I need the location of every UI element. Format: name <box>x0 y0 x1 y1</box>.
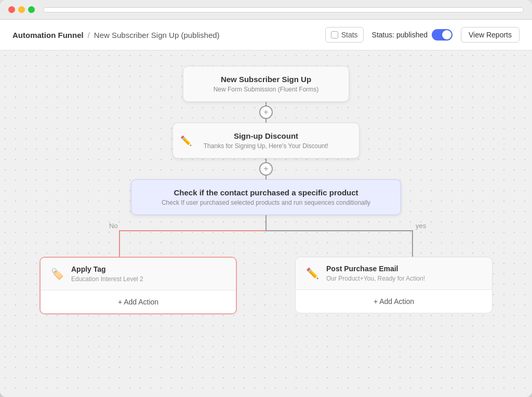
branch-left-subtitle: Education Interest Level 2 <box>71 275 143 283</box>
email-icon: ✏️ <box>306 267 319 280</box>
published-toggle[interactable] <box>432 29 453 41</box>
branch-node-right[interactable]: ✏️ Post Purchase Email Our Product+You, … <box>295 257 493 313</box>
branch-node-left[interactable]: 🏷️ Apply Tag Education Interest Level 2 … <box>39 257 237 314</box>
tag-icon: 🏷️ <box>51 268 64 280</box>
toggle-knob <box>442 30 451 39</box>
branch-left: 🏷️ Apply Tag Education Interest Level 2 … <box>0 215 266 314</box>
status-label: Status: published <box>372 31 428 39</box>
breadcrumb: Automation Funnel / New Subscriber Sign … <box>12 31 220 39</box>
trigger-node-subtitle: New Form Submission (Fluent Forms) <box>196 86 336 93</box>
flow-canvas: New Subscriber Sign Up New Form Submissi… <box>0 50 532 397</box>
add-action-left-button[interactable]: + Add Action <box>41 290 236 313</box>
title-bar <box>0 0 532 20</box>
action-icon-1: ✏️ <box>180 135 192 147</box>
stats-checkbox[interactable] <box>331 31 338 38</box>
traffic-lights <box>8 6 35 13</box>
branch-right-title: Post Purchase Email <box>326 264 425 273</box>
branch-right-subtitle: Our Product+You, Ready for Action! <box>326 275 425 282</box>
app-header: Automation Funnel / New Subscriber Sign … <box>0 20 532 50</box>
url-bar[interactable] <box>43 7 524 12</box>
condition-node-title: Check if the contact purchased a specifi… <box>144 188 388 197</box>
action-node-1[interactable]: ✏️ Sign-up Discount Thanks for Signing U… <box>172 123 360 158</box>
branch-left-title: Apply Tag <box>71 265 143 273</box>
add-node-button-1[interactable]: + <box>259 105 273 119</box>
stats-label: Stats <box>341 31 358 39</box>
add-action-right-button[interactable]: + Add Action <box>296 289 492 313</box>
branch-node-right-inner: ✏️ Post Purchase Email Our Product+You, … <box>296 257 492 289</box>
connector-2: + <box>259 158 273 179</box>
action-node-1-subtitle: Thanks for Signing Up, Here's Your Disco… <box>185 142 347 150</box>
condition-node-subtitle: Check If user purchased selected product… <box>144 199 388 206</box>
close-button[interactable] <box>8 6 15 13</box>
breadcrumb-main[interactable]: Automation Funnel <box>12 31 84 39</box>
breadcrumb-separator: / <box>88 31 90 39</box>
maximize-button[interactable] <box>28 6 35 13</box>
minimize-button[interactable] <box>18 6 25 13</box>
connector-1: + <box>259 102 273 123</box>
app-window: Automation Funnel / New Subscriber Sign … <box>0 0 532 397</box>
add-node-button-2[interactable]: + <box>259 162 273 176</box>
trigger-node-title: New Subscriber Sign Up <box>196 75 336 84</box>
branch-right: ✏️ Post Purchase Email Our Product+You, … <box>266 215 532 314</box>
condition-node[interactable]: Check if the contact purchased a specifi… <box>131 179 401 215</box>
breadcrumb-sub: New Subscriber Sign Up (published) <box>94 31 220 39</box>
status-area: Status: published <box>372 29 453 41</box>
header-right: Stats Status: published View Reports <box>325 27 520 43</box>
branch-node-left-text: Apply Tag Education Interest Level 2 <box>71 265 143 283</box>
view-reports-button[interactable]: View Reports <box>461 27 520 43</box>
branch-node-right-text: Post Purchase Email Our Product+You, Rea… <box>326 264 425 282</box>
flow-container: New Subscriber Sign Up New Form Submissi… <box>0 66 532 314</box>
stats-button[interactable]: Stats <box>325 27 364 43</box>
branch-node-left-inner: 🏷️ Apply Tag Education Interest Level 2 <box>41 258 236 290</box>
trigger-node[interactable]: New Subscriber Sign Up New Form Submissi… <box>183 66 349 102</box>
action-node-1-title: Sign-up Discount <box>185 131 347 140</box>
